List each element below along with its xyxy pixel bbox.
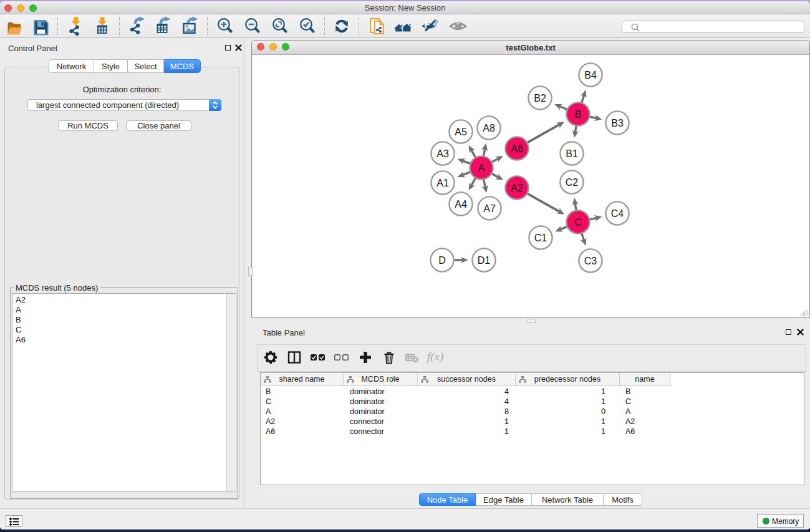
svg-text:A1: A1 <box>436 178 449 188</box>
svg-text:B1: B1 <box>566 148 578 159</box>
svg-text:D1: D1 <box>478 255 491 266</box>
svg-text:C4: C4 <box>611 208 624 219</box>
svg-text:A8: A8 <box>483 123 495 133</box>
svg-text:B4: B4 <box>584 70 597 80</box>
svg-text:A4: A4 <box>455 199 467 210</box>
svg-text:C: C <box>574 217 582 228</box>
svg-text:A3: A3 <box>436 148 449 159</box>
svg-text:B: B <box>575 109 582 120</box>
svg-text:A6: A6 <box>511 143 523 154</box>
svg-text:C3: C3 <box>584 256 597 266</box>
svg-text:C1: C1 <box>534 233 547 243</box>
svg-text:B3: B3 <box>611 118 624 128</box>
svg-text:B2: B2 <box>534 93 546 104</box>
svg-text:D: D <box>438 255 446 266</box>
svg-text:C2: C2 <box>566 177 579 188</box>
svg-text:A5: A5 <box>455 127 467 137</box>
svg-text:A7: A7 <box>483 203 496 214</box>
svg-text:A: A <box>478 163 485 173</box>
svg-text:A2: A2 <box>511 183 523 193</box>
